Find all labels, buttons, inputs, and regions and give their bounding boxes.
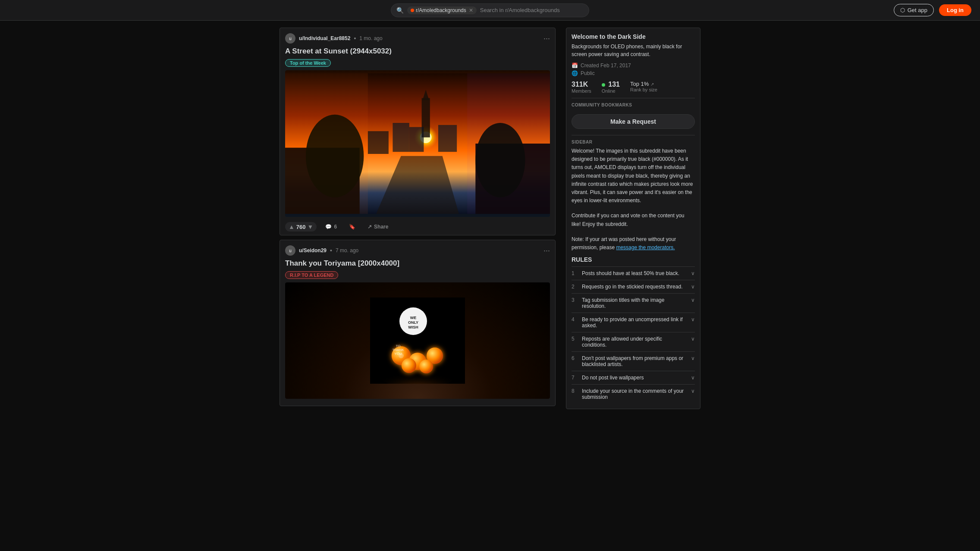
avatar-2: u	[285, 245, 295, 256]
post-tag-rip: R.I.P TO A LEGEND	[285, 271, 338, 279]
svg-rect-8	[368, 131, 389, 154]
community-card: Welcome to the Dark Side Backgrounds for…	[566, 28, 700, 409]
post-author[interactable]: u/Individual_Ear8852	[299, 35, 350, 41]
stats-row: 311K Members 131 Online Top 1% ↗ Rank by	[572, 81, 695, 94]
chevron-down-icon: ∨	[691, 316, 695, 322]
sidebar: Welcome to the Dark Side Backgrounds for…	[566, 28, 700, 414]
chevron-down-icon: ∨	[691, 375, 695, 381]
top-nav: 🔍 r/Amoledbackgrounds ✕ Search in r/Amol…	[0, 0, 980, 21]
rule-item[interactable]: 2 Requests go in the stickied requests t…	[572, 280, 695, 293]
dragonball-image: WE ONLY WISH TO THANK YOU	[285, 282, 550, 399]
created-label: Created Feb 17, 2017	[581, 63, 631, 69]
svg-rect-5	[393, 123, 409, 152]
share-label: Share	[374, 224, 388, 230]
rule-text: Be ready to provide an uncompressed link…	[582, 316, 688, 329]
community-title: Welcome to the Dark Side	[572, 33, 695, 40]
get-app-button[interactable]: ⬡ Get app	[894, 4, 934, 16]
rule-number: 5	[572, 336, 578, 342]
post-actions: ▲ 760 ▼ 💬 6 🔖 ↗ Share	[285, 220, 550, 232]
online-count-value: 131	[608, 81, 620, 88]
rule-item[interactable]: 1 Posts should have at least 50% true bl…	[572, 266, 695, 280]
bookmarks-section-label: COMMUNITY BOOKMARKS	[572, 103, 695, 107]
save-button[interactable]: 🔖	[346, 222, 359, 232]
rule-item[interactable]: 4 Be ready to provide an uncompressed li…	[572, 313, 695, 332]
sidebar-text-2: Contribute if you can and vote on the co…	[572, 212, 695, 228]
rule-number: 7	[572, 375, 578, 381]
svg-text:ONLY: ONLY	[408, 320, 418, 325]
more-options-button[interactable]: ···	[543, 34, 550, 42]
post-time: 1 mo. ago	[359, 35, 382, 41]
sidebar-section-label: SIDEBAR	[572, 140, 695, 144]
search-bar[interactable]: 🔍 r/Amoledbackgrounds ✕ Search in r/Amol…	[391, 3, 589, 17]
rule-text: Don't post wallpapers from premium apps …	[582, 355, 688, 367]
rules-title: RULES	[572, 256, 695, 263]
svg-rect-7	[438, 125, 457, 152]
comments-button[interactable]: 💬 6	[322, 222, 340, 232]
rule-number: 3	[572, 297, 578, 303]
members-count: 311K	[572, 81, 591, 88]
rule-item[interactable]: 5 Reposts are allowed under specific con…	[572, 332, 695, 351]
community-desc: Backgrounds for OLED phones, mainly blac…	[572, 43, 695, 58]
created-row: 📅 Created Feb 17, 2017	[572, 63, 695, 69]
upvote-icon[interactable]: ▲	[289, 223, 295, 230]
svg-rect-14	[285, 73, 368, 214]
svg-text:TO: TO	[396, 344, 401, 348]
post-card: u u/Individual_Ear8852 • 1 mo. ago ··· A…	[280, 28, 556, 235]
downvote-icon[interactable]: ▼	[308, 223, 314, 230]
chevron-down-icon: ∨	[691, 297, 695, 303]
save-icon: 🔖	[349, 224, 355, 230]
post-image	[285, 70, 550, 217]
members-stat: 311K Members	[572, 81, 591, 94]
search-icon: 🔍	[396, 7, 404, 14]
sidebar-note: Note: If your art was posted here withou…	[572, 235, 695, 252]
search-placeholder-text: Search in r/Amoledbackgrounds	[480, 7, 584, 13]
rule-item[interactable]: 7 Do not post live wallpapers ∨	[572, 371, 695, 384]
rule-item[interactable]: 6 Don't post wallpapers from premium app…	[572, 351, 695, 371]
rule-item[interactable]: 8 Include your source in the comments of…	[572, 384, 695, 404]
sunset-svg	[285, 70, 550, 217]
post-card-2: u u/Seidon29 • 7 mo. ago ··· Thank you T…	[280, 240, 556, 406]
rank-label: Rank by size	[630, 87, 657, 92]
sunset-image	[285, 70, 550, 217]
vote-group[interactable]: ▲ 760 ▼	[285, 222, 317, 232]
rules-container: 1 Posts should have at least 50% true bl…	[572, 266, 695, 404]
login-button[interactable]: Log in	[939, 4, 971, 16]
make-request-button[interactable]: Make a Request	[572, 114, 695, 129]
svg-text:YOU: YOU	[394, 352, 402, 356]
comment-count: 6	[334, 224, 337, 230]
svg-text:WISH: WISH	[408, 325, 418, 329]
chevron-down-icon: ∨	[691, 355, 695, 361]
svg-rect-15	[467, 73, 550, 214]
post-meta: u u/Individual_Ear8852 • 1 mo. ago ···	[285, 33, 550, 44]
svg-text:THANK: THANK	[392, 348, 404, 352]
post-tag-week: Top of the Week	[285, 59, 331, 67]
vote-count: 760	[296, 224, 306, 230]
app-icon: ⬡	[900, 7, 905, 13]
online-count: 131	[602, 81, 620, 88]
post-author-2[interactable]: u/Seidon29	[299, 247, 327, 254]
rules-section: RULES 1 Posts should have at least 50% t…	[572, 256, 695, 404]
rule-number: 8	[572, 388, 578, 394]
rule-text: Do not post live wallpapers	[582, 375, 688, 381]
svg-rect-6	[409, 127, 424, 152]
post-title: A Street at Sunset (2944x5032)	[285, 47, 550, 56]
more-options-button-2[interactable]: ···	[543, 247, 550, 254]
main-layout: u u/Individual_Ear8852 • 1 mo. ago ··· A…	[231, 0, 749, 414]
online-dot	[602, 83, 605, 87]
subreddit-name: r/Amoledbackgrounds	[416, 7, 466, 13]
post-image-2: WE ONLY WISH TO THANK YOU	[285, 282, 550, 399]
chevron-down-icon: ∨	[691, 284, 695, 290]
chevron-down-icon: ∨	[691, 270, 695, 276]
rule-text: Reposts are allowed under specific condi…	[582, 336, 688, 348]
rule-number: 4	[572, 316, 578, 322]
rule-number: 1	[572, 270, 578, 276]
rule-item[interactable]: 3 Tag submission titles with the image r…	[572, 293, 695, 313]
share-button[interactable]: ↗ Share	[364, 222, 392, 232]
share-icon: ↗	[368, 224, 372, 230]
moderators-link[interactable]: message the moderators.	[616, 244, 675, 250]
svg-point-26	[402, 358, 416, 373]
nav-right: ⬡ Get app Log in	[894, 4, 971, 16]
chevron-down-icon: ∨	[691, 388, 695, 394]
globe-icon: 🌐	[572, 70, 578, 76]
feed: u u/Individual_Ear8852 • 1 mo. ago ··· A…	[280, 28, 556, 414]
